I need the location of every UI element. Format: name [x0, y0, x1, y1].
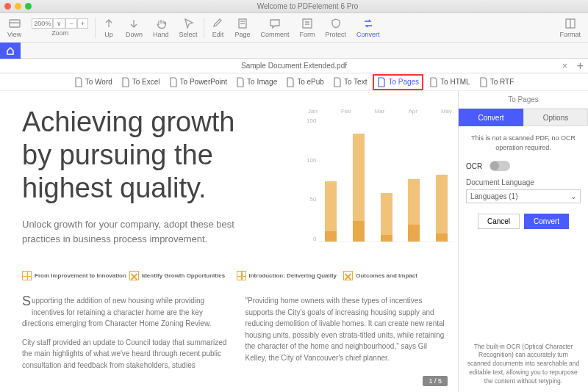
panel-tab-options[interactable]: Options [523, 109, 588, 126]
titlebar: Welcome to PDFelement 6 Pro [0, 0, 588, 13]
doc-subtitle: Unlock growth for your company, adopt th… [22, 217, 257, 246]
convert-icon [362, 17, 375, 30]
col2-para-1: "Providing home owners with these types … [245, 295, 451, 363]
side-panel: To Pages Convert Options This is not a s… [458, 91, 588, 392]
link-4[interactable]: Outcomes and Impact [343, 271, 451, 280]
heading-line-1: Achieving growth [22, 106, 234, 137]
document-icon [479, 77, 488, 87]
cancel-button[interactable]: Cancel [478, 214, 520, 229]
comment-icon [268, 17, 282, 30]
document-icon [333, 77, 342, 87]
close-window-icon[interactable] [4, 3, 11, 10]
to-image-button[interactable]: To Image [233, 76, 280, 89]
chart-y-tick: 0 [306, 236, 316, 242]
column-1: Supporting the addition of new housing w… [22, 295, 228, 378]
to-rtf-button[interactable]: To RTF [476, 76, 517, 89]
doc-link-row: From Improvement to Innovation Identify … [22, 271, 451, 280]
chart-bar [319, 181, 343, 242]
tab-close-icon[interactable]: × [562, 61, 567, 71]
bar-segment-lower [325, 231, 337, 242]
language-select[interactable]: Languages (1) ⌄ [466, 189, 581, 203]
view-button[interactable]: View [3, 15, 26, 41]
form-label: Form [300, 31, 315, 38]
to-rtf-label: To RTF [490, 78, 514, 86]
to-excel-button[interactable]: To Excel [118, 76, 163, 89]
chart-bar [430, 175, 453, 242]
document-icon [286, 77, 295, 87]
minimize-window-icon[interactable] [15, 3, 21, 10]
bar-segment-upper [408, 179, 420, 225]
zoom-out-icon[interactable]: − [65, 18, 76, 29]
up-button[interactable]: Up [98, 15, 120, 41]
select-label: Select [179, 31, 197, 38]
form-button[interactable]: Form [295, 15, 320, 41]
to-powerpoint-button[interactable]: To PowerPoint [166, 76, 230, 89]
to-text-button[interactable]: To Text [330, 76, 370, 89]
format-button[interactable]: Format [555, 15, 585, 41]
panel-buttons: Cancel Convert [466, 214, 581, 229]
to-excel-label: To Excel [132, 78, 160, 86]
document-icon [74, 77, 83, 87]
panel-title: To Pages [459, 91, 588, 109]
to-epub-label: To ePub [297, 78, 324, 86]
link-2[interactable]: Identify Growth Opportunities [129, 271, 237, 280]
to-word-button[interactable]: To Word [71, 76, 115, 89]
convert-button[interactable]: Convert [352, 15, 384, 41]
bar-segment-lower [381, 235, 392, 242]
arrow-up-icon [102, 17, 115, 30]
ocr-toggle[interactable] [490, 161, 510, 171]
to-epub-button[interactable]: To ePub [283, 76, 327, 89]
tab-new-icon[interactable]: + [577, 59, 584, 73]
cursor-icon [182, 17, 195, 30]
to-ppt-label: To PowerPoint [180, 78, 227, 86]
link-3[interactable]: Introduction: Delivering Quality [237, 271, 344, 280]
edit-button[interactable]: Edit [207, 15, 229, 41]
page-button[interactable]: Page [230, 15, 254, 41]
convert-toolbar: To Word To Excel To PowerPoint To Image … [0, 73, 588, 91]
window-controls [4, 3, 32, 10]
panel-body: This is not a scanned PDF, no OCR operat… [459, 126, 588, 337]
zoom-label: Zoom [51, 29, 68, 37]
col1-para-1: Supporting the addition of new housing w… [22, 295, 228, 330]
view-icon [8, 17, 21, 30]
link-1[interactable]: From Improvement to Innovation [22, 271, 129, 280]
zoom-in-icon[interactable]: + [77, 18, 88, 29]
svg-rect-0 [10, 20, 20, 27]
bar-segment-upper [353, 134, 365, 221]
home-tab[interactable] [0, 43, 21, 59]
maximize-window-icon[interactable] [25, 3, 32, 10]
document-tab[interactable]: Sample Document Extended.pdf [0, 62, 588, 70]
zoom-button[interactable]: 200% ∨ − + Zoom [27, 15, 93, 41]
protect-label: Protect [326, 31, 347, 38]
bar-segment-upper [381, 193, 392, 235]
to-pages-button[interactable]: To Pages [373, 74, 423, 90]
chevron-down-icon: ⌄ [570, 192, 576, 200]
document-icon [121, 77, 130, 87]
arrow-down-icon [127, 17, 140, 30]
heading-line-3: highest quality. [22, 173, 207, 203]
chart-y-tick: 50 [306, 196, 316, 203]
zoom-select[interactable]: 200% [32, 18, 53, 29]
language-value: Languages (1) [470, 192, 518, 200]
edit-icon [211, 17, 224, 30]
chart-x-labels: JanFebMarAprMay [306, 108, 453, 115]
to-html-button[interactable]: To HTML [426, 76, 473, 89]
protect-button[interactable]: Protect [321, 15, 351, 41]
shield-icon [329, 17, 343, 30]
ocr-label: OCR [466, 162, 482, 170]
bar-segment-lower [436, 233, 448, 242]
convert-action-button[interactable]: Convert [524, 214, 569, 229]
bar-segment-upper [325, 181, 337, 231]
select-button[interactable]: Select [174, 15, 201, 41]
hand-icon [154, 17, 168, 30]
panel-tab-convert[interactable]: Convert [459, 109, 523, 126]
down-button[interactable]: Down [121, 15, 147, 41]
chart-month-label: Apr [408, 108, 417, 115]
comment-button[interactable]: Comment [257, 15, 294, 41]
to-text-label: To Text [344, 78, 368, 86]
document-icon [377, 77, 386, 87]
doc-columns: Supporting the addition of new housing w… [22, 295, 451, 378]
hand-button[interactable]: Hand [148, 15, 173, 41]
to-image-label: To Image [247, 78, 277, 86]
zoom-dropdown-icon[interactable]: ∨ [53, 18, 65, 29]
